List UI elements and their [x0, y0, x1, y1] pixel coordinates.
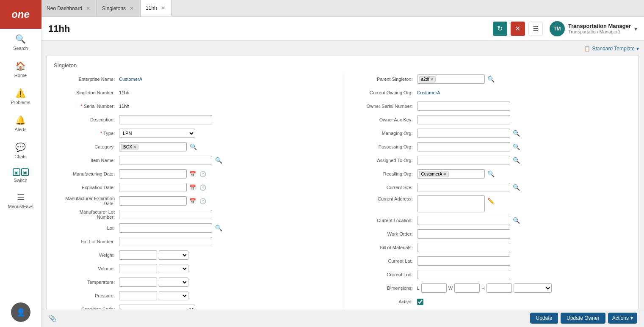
ext-lot-number-input[interactable]: [119, 237, 212, 246]
close-button[interactable]: ✕: [511, 22, 525, 36]
recalling-org-tag-container: CustomerA ✕: [417, 169, 485, 179]
description-label: Description:: [54, 117, 117, 122]
tab-singletons[interactable]: Singletons ✕: [97, 0, 141, 16]
sidebar-item-problems[interactable]: ⚠️ Problems: [0, 83, 41, 110]
sidebar-item-search[interactable]: 🔍 Search: [0, 29, 41, 56]
temperature-unit-select[interactable]: [159, 278, 188, 287]
manufacturing-date-calendar-button[interactable]: 📅: [188, 170, 197, 178]
dim-w-input[interactable]: [454, 283, 480, 293]
dim-h-input[interactable]: [486, 283, 512, 293]
current-location-input[interactable]: [417, 216, 510, 225]
current-lon-label: Current Lon:: [352, 272, 415, 277]
category-tag-container: BOX ✕: [119, 142, 187, 151]
owner-aux-key-input[interactable]: [417, 115, 510, 124]
possessing-org-input[interactable]: [417, 142, 510, 151]
pressure-unit-select[interactable]: [159, 291, 188, 300]
dim-l-label: L: [417, 286, 420, 291]
refresh-button[interactable]: ↻: [493, 22, 507, 36]
template-selector[interactable]: 📋 Standard Template ▾: [584, 46, 639, 52]
work-order-input[interactable]: [417, 229, 510, 239]
type-select[interactable]: LPN: [119, 129, 195, 138]
sidebar-item-menus[interactable]: ☰ Menus/Favs: [0, 187, 41, 214]
assigned-to-org-search-button[interactable]: 🔍: [512, 156, 521, 165]
recalling-org-tag-close[interactable]: ✕: [443, 172, 447, 176]
item-name-search-button[interactable]: 🔍: [214, 156, 223, 165]
update-owner-button[interactable]: Update Owner: [561, 313, 605, 324]
manufacturing-date-input[interactable]: [119, 169, 187, 179]
row-current-lon: Current Lon:: [352, 269, 632, 280]
temperature-value-input[interactable]: [119, 278, 157, 287]
tab-close-neo-dashboard[interactable]: ✕: [85, 5, 91, 12]
lot-input[interactable]: [119, 223, 212, 233]
manufacturer-lot-number-input[interactable]: [119, 210, 212, 219]
current-address-input[interactable]: [417, 195, 485, 212]
manufacturing-date-time-button[interactable]: 🕐: [199, 170, 207, 178]
app-logo[interactable]: one: [0, 0, 41, 29]
dim-h-label: H: [481, 286, 485, 291]
managing-org-input[interactable]: [417, 129, 510, 138]
parent-singleton-tag-close[interactable]: ✕: [430, 77, 434, 82]
current-site-search-button[interactable]: 🔍: [512, 183, 521, 192]
parent-singleton-search-button[interactable]: 🔍: [486, 74, 496, 84]
dimensions-label: Dimensions:: [352, 286, 415, 291]
parent-singleton-label: Parent Singleton:: [352, 77, 415, 82]
dim-l-input[interactable]: [421, 283, 447, 293]
user-avatar-bottom[interactable]: 👤: [11, 302, 30, 322]
recalling-org-search-button[interactable]: 🔍: [486, 169, 496, 179]
weight-unit-select[interactable]: [159, 250, 188, 260]
expiration-date-time-button[interactable]: 🕐: [199, 183, 207, 192]
menu-button[interactable]: ☰: [528, 22, 543, 36]
expiration-date-input[interactable]: [119, 183, 187, 192]
possessing-org-search-button[interactable]: 🔍: [512, 142, 521, 151]
row-expiration-date: Expiration Date: 📅 🕐: [54, 182, 334, 193]
current-owning-org-value[interactable]: CustomerA: [417, 90, 440, 95]
bill-of-materials-input[interactable]: [417, 243, 510, 252]
condition-code-select[interactable]: [119, 305, 195, 309]
description-input[interactable]: [119, 115, 212, 124]
pressure-value-input[interactable]: [119, 291, 157, 300]
sidebar-item-chats[interactable]: 💬 Chats: [0, 137, 41, 164]
category-search-button[interactable]: 🔍: [188, 142, 198, 151]
item-name-input[interactable]: [119, 156, 212, 165]
search-icon: 🔍: [15, 34, 26, 44]
sidebar-item-switch[interactable]: ▣ ▣ Switch: [0, 164, 41, 187]
row-serial-number: Serial Number: 11hh: [54, 101, 334, 112]
lot-search-button[interactable]: 🔍: [214, 223, 223, 233]
update-button[interactable]: Update: [530, 313, 558, 324]
current-lon-input[interactable]: [417, 270, 510, 279]
expiration-date-calendar-button[interactable]: 📅: [188, 183, 197, 192]
current-address-edit-button[interactable]: ✏️: [486, 196, 496, 206]
tab-11hh[interactable]: 11hh ✕: [141, 0, 172, 16]
tab-close-singletons[interactable]: ✕: [128, 5, 135, 12]
active-checkbox[interactable]: [417, 299, 423, 305]
volume-value-input[interactable]: [119, 264, 157, 273]
attachment-icon[interactable]: 📎: [48, 314, 57, 322]
current-site-input[interactable]: [417, 183, 510, 192]
manufacturer-expiration-date-input[interactable]: [119, 196, 187, 206]
dim-unit-select[interactable]: [514, 283, 552, 293]
volume-unit-select[interactable]: [159, 264, 188, 273]
temperature-meas: [119, 278, 188, 287]
weight-value-input[interactable]: [119, 250, 157, 260]
managing-org-search-button[interactable]: 🔍: [512, 129, 521, 138]
recalling-org-label: Recalling Org:: [352, 171, 415, 176]
active-label: Active:: [352, 299, 415, 304]
row-current-address: Current Address: ✏️: [352, 195, 632, 212]
enterprise-name-value[interactable]: CustomerA: [119, 77, 142, 82]
current-lat-input[interactable]: [417, 256, 510, 266]
actions-button[interactable]: Actions ▾: [608, 313, 637, 324]
assigned-to-org-input[interactable]: [417, 156, 510, 165]
user-dropdown-icon[interactable]: ▾: [634, 25, 637, 32]
mfr-exp-date-time-button[interactable]: 🕐: [199, 197, 207, 205]
pressure-label: Pressure:: [54, 293, 117, 298]
sidebar-item-label: Menus/Favs: [8, 204, 33, 209]
category-tag-close[interactable]: ✕: [133, 145, 136, 149]
tab-neo-dashboard[interactable]: Neo Dashboard ✕: [41, 0, 97, 16]
sidebar-item-alerts[interactable]: 🔔 Alerts: [0, 110, 41, 137]
sidebar-item-home[interactable]: 🏠 Home: [0, 56, 41, 83]
mfr-exp-date-calendar-button[interactable]: 📅: [188, 197, 197, 205]
tab-close-11hh[interactable]: ✕: [160, 5, 166, 11]
page-header: 11hh ↻ ✕ ☰ TM Transportation Manager Tra…: [41, 17, 644, 41]
current-location-search-button[interactable]: 🔍: [512, 216, 521, 225]
owner-serial-number-input[interactable]: [417, 102, 510, 111]
